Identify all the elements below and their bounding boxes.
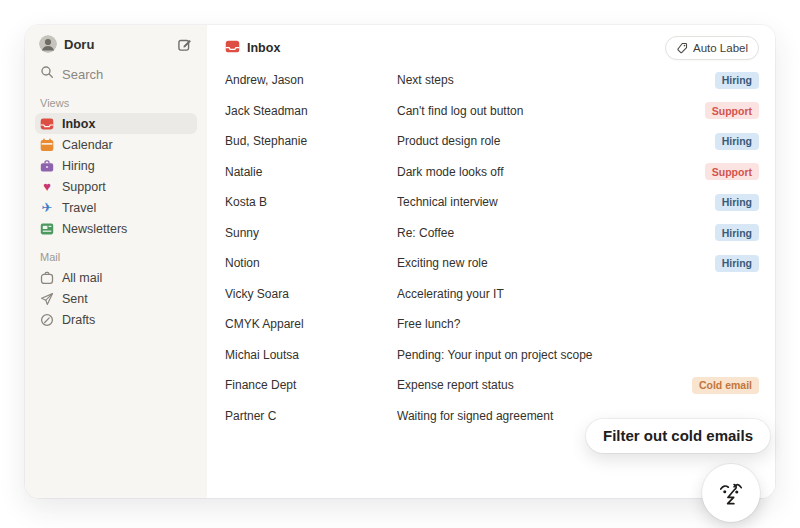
email-label-badge: Hiring: [715, 224, 759, 241]
sidebar-item-hiring[interactable]: Hiring: [35, 155, 197, 176]
briefcase-icon: [40, 159, 54, 173]
inbox-icon: [40, 117, 54, 131]
sidebar-item-label: Drafts: [62, 313, 95, 327]
email-sender: Vicky Soara: [225, 287, 397, 301]
email-sender: Sunny: [225, 226, 397, 240]
sidebar-item-newsletters[interactable]: Newsletters: [35, 218, 197, 239]
sidebar-item-label: Travel: [62, 201, 96, 215]
auto-label-button-label: Auto Label: [693, 42, 748, 54]
sidebar-item-sent[interactable]: Sent: [35, 288, 197, 309]
avatar: [39, 35, 57, 53]
calendar-icon: [40, 138, 54, 152]
sidebar-item-label: Calendar: [62, 138, 113, 152]
email-subject: Accelerating your IT: [397, 287, 759, 301]
ai-face-icon: [715, 477, 747, 509]
email-row[interactable]: Michai Loutsa Pending: Your input on pro…: [225, 340, 759, 371]
email-sender: Michai Loutsa: [225, 348, 397, 362]
inbox-icon: [225, 39, 240, 58]
email-row[interactable]: Notion Exciting new role Hiring: [225, 248, 759, 279]
email-label-badge: Hiring: [715, 255, 759, 272]
sidebar-item-all-mail[interactable]: All mail: [35, 267, 197, 288]
email-list: Andrew, Jason Next steps Hiring Jack Ste…: [225, 65, 759, 431]
email-subject: Free lunch?: [397, 317, 759, 331]
email-label-badge: Support: [705, 102, 759, 119]
email-sender: Kosta B: [225, 195, 397, 209]
assistant-button[interactable]: [702, 464, 760, 522]
email-subject: Dark mode looks off: [397, 165, 705, 179]
email-sender: Jack Steadman: [225, 104, 397, 118]
user-name: Doru: [64, 37, 94, 52]
sidebar-item-calendar[interactable]: Calendar: [35, 134, 197, 155]
newspaper-icon: [40, 222, 54, 236]
sidebar-item-inbox[interactable]: Inbox: [35, 113, 197, 134]
email-label-badge: Support: [705, 163, 759, 180]
search-icon: [40, 65, 54, 83]
archive-icon: [40, 271, 54, 285]
email-sender: Partner C: [225, 409, 397, 423]
email-label-badge: Hiring: [715, 194, 759, 211]
email-sender: Notion: [225, 256, 397, 270]
page-title: Inbox: [247, 41, 280, 55]
search-label: Search: [62, 67, 103, 82]
auto-label-button[interactable]: Auto Label: [665, 36, 759, 60]
search-field[interactable]: Search: [35, 63, 197, 85]
sidebar-item-label: Support: [62, 180, 106, 194]
sidebar-item-drafts[interactable]: Drafts: [35, 309, 197, 330]
email-subject: Exciting new role: [397, 256, 715, 270]
email-row[interactable]: Finance Dept Expense report status Cold …: [225, 370, 759, 401]
email-sender: Natalie: [225, 165, 397, 179]
assistant-tooltip: Filter out cold emails: [586, 419, 770, 453]
paper-plane-icon: [40, 292, 54, 306]
sidebar-item-support[interactable]: ♥ Support: [35, 176, 197, 197]
compose-icon[interactable]: [175, 35, 193, 53]
sidebar: Doru Search Views: [25, 25, 207, 498]
sidebar-item-label: Hiring: [62, 159, 95, 173]
email-sender: Andrew, Jason: [225, 73, 397, 87]
email-row[interactable]: Kosta B Technical interview Hiring: [225, 187, 759, 218]
email-subject: Re: Coffee: [397, 226, 715, 240]
sidebar-item-travel[interactable]: ✈ Travel: [35, 197, 197, 218]
email-row[interactable]: Andrew, Jason Next steps Hiring: [225, 65, 759, 96]
sidebar-item-label: Newsletters: [62, 222, 127, 236]
heart-icon: ♥: [40, 180, 54, 194]
email-row[interactable]: CMYK Apparel Free lunch?: [225, 309, 759, 340]
main-header: Inbox Auto Label: [225, 35, 759, 61]
email-sender: Finance Dept: [225, 378, 397, 392]
sidebar-item-label: Inbox: [62, 117, 95, 131]
email-label-badge: Cold email: [692, 377, 759, 394]
email-subject: Pending: Your input on project scope: [397, 348, 759, 362]
draft-icon: [40, 313, 54, 327]
email-sender: Bud, Stephanie: [225, 134, 397, 148]
email-row[interactable]: Natalie Dark mode looks off Support: [225, 157, 759, 188]
sidebar-item-label: All mail: [62, 271, 102, 285]
label-tag-icon: [676, 42, 688, 54]
sidebar-item-label: Sent: [62, 292, 88, 306]
email-label-badge: Hiring: [715, 72, 759, 89]
email-subject: Technical interview: [397, 195, 715, 209]
email-subject: Next steps: [397, 73, 715, 87]
user-menu[interactable]: Doru: [35, 33, 197, 55]
email-sender: CMYK Apparel: [225, 317, 397, 331]
email-row[interactable]: Bud, Stephanie Product design role Hirin…: [225, 126, 759, 157]
email-row[interactable]: Jack Steadman Can't find log out button …: [225, 96, 759, 127]
email-label-badge: Hiring: [715, 133, 759, 150]
email-row[interactable]: Vicky Soara Accelerating your IT: [225, 279, 759, 310]
section-label-mail: Mail: [40, 251, 192, 263]
email-row[interactable]: Sunny Re: Coffee Hiring: [225, 218, 759, 249]
email-subject: Product design role: [397, 134, 715, 148]
email-subject: Expense report status: [397, 378, 692, 392]
section-label-views: Views: [40, 97, 192, 109]
email-subject: Can't find log out button: [397, 104, 705, 118]
plane-icon: ✈: [40, 201, 54, 215]
